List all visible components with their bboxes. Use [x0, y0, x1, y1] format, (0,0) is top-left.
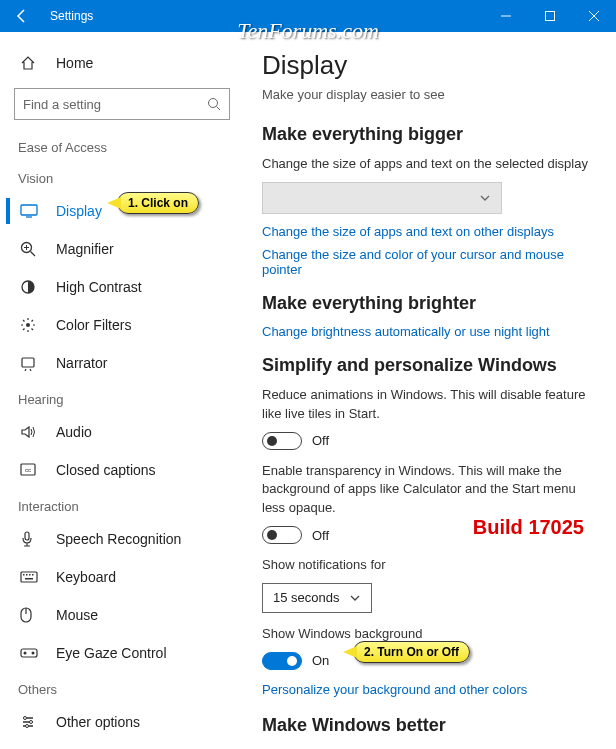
svg-rect-25 [25, 532, 29, 540]
sidebar-item-label: Display [56, 203, 102, 219]
svg-rect-30 [32, 574, 34, 576]
sidebar-section-header: Ease of Access [6, 134, 238, 161]
svg-line-19 [32, 329, 34, 331]
svg-rect-6 [21, 205, 37, 215]
sidebar-item-narrator[interactable]: Narrator [6, 344, 238, 382]
sidebar-item-magnifier[interactable]: Magnifier [6, 230, 238, 268]
page-title: Display [262, 50, 596, 81]
sidebar-item-mouse[interactable]: Mouse [6, 596, 238, 634]
contrast-icon [20, 279, 38, 295]
audio-icon [20, 424, 38, 440]
notifications-label: Show notifications for [262, 556, 596, 575]
sidebar-item-label: Narrator [56, 355, 107, 371]
animations-toggle-state: Off [312, 433, 329, 448]
link-cursor-pointer[interactable]: Change the size and color of your cursor… [262, 247, 596, 277]
sidebar-item-label: Keyboard [56, 569, 116, 585]
svg-rect-1 [546, 12, 555, 21]
transparency-desc: Enable transparency in Windows. This wil… [262, 462, 596, 519]
section-better-title: Make Windows better [262, 715, 596, 736]
svg-line-9 [31, 252, 36, 257]
sidebar-item-color-filters[interactable]: Color Filters [6, 306, 238, 344]
minimize-button[interactable] [484, 0, 528, 32]
color-filters-icon [20, 317, 38, 333]
back-button[interactable] [0, 0, 44, 32]
svg-rect-29 [29, 574, 31, 576]
background-toggle[interactable] [262, 652, 302, 670]
sidebar-item-eye-gaze[interactable]: Eye Gaze Control [6, 634, 238, 672]
chevron-down-icon [349, 592, 361, 604]
sidebar-item-label: Speech Recognition [56, 531, 181, 547]
svg-rect-22 [22, 358, 34, 367]
svg-rect-27 [23, 574, 25, 576]
options-icon [20, 714, 38, 730]
captions-icon: cc [20, 463, 38, 477]
link-personalize[interactable]: Personalize your background and other co… [262, 682, 596, 697]
sidebar-item-label: High Contrast [56, 279, 142, 295]
sidebar-item-label: Magnifier [56, 241, 114, 257]
sidebar-item-high-contrast[interactable]: High Contrast [6, 268, 238, 306]
background-toggle-state: On [312, 653, 329, 668]
window-titlebar: Settings [0, 0, 616, 32]
svg-line-5 [217, 107, 221, 111]
svg-point-39 [26, 725, 29, 728]
sidebar-home-label: Home [56, 55, 93, 71]
sidebar-item-label: Other options [56, 714, 140, 730]
callout-step-1: 1. Click on [117, 192, 199, 214]
svg-point-36 [32, 652, 35, 655]
close-icon [588, 10, 600, 22]
sidebar-item-label: Color Filters [56, 317, 131, 333]
transparency-toggle[interactable] [262, 526, 302, 544]
callout-step-2: 2. Turn On or Off [353, 641, 470, 663]
section-brighter-title: Make everything brighter [262, 293, 596, 314]
svg-rect-28 [26, 574, 28, 576]
svg-line-20 [23, 329, 25, 331]
notifications-dropdown[interactable]: 15 seconds [262, 583, 372, 613]
sidebar: Home Find a setting Ease of Access Visio… [0, 32, 244, 749]
sidebar-item-label: Eye Gaze Control [56, 645, 167, 661]
svg-point-35 [24, 652, 27, 655]
animations-toggle[interactable] [262, 432, 302, 450]
mic-icon [20, 531, 38, 547]
sidebar-item-label: Audio [56, 424, 92, 440]
sidebar-home[interactable]: Home [6, 46, 238, 80]
section-bigger-title: Make everything bigger [262, 124, 596, 145]
sidebar-item-closed-captions[interactable]: cc Closed captions [6, 451, 238, 489]
transparency-toggle-state: Off [312, 528, 329, 543]
sidebar-item-speech[interactable]: Speech Recognition [6, 520, 238, 558]
section-simplify-title: Simplify and personalize Windows [262, 355, 596, 376]
display-scale-dropdown[interactable] [262, 182, 502, 214]
arrow-left-icon [14, 8, 30, 24]
home-icon [20, 55, 38, 71]
search-input[interactable]: Find a setting [14, 88, 230, 120]
svg-line-21 [32, 320, 34, 322]
eye-icon [20, 647, 38, 659]
sidebar-item-keyboard[interactable]: Keyboard [6, 558, 238, 596]
sidebar-group-others: Others [6, 672, 238, 703]
close-button[interactable] [572, 0, 616, 32]
svg-point-38 [30, 721, 33, 724]
sidebar-item-audio[interactable]: Audio [6, 413, 238, 451]
svg-point-37 [24, 717, 27, 720]
window-title: Settings [44, 9, 93, 23]
svg-point-4 [209, 99, 218, 108]
svg-point-13 [26, 323, 30, 327]
page-subtitle: Make your display easier to see [262, 87, 596, 102]
link-brightness[interactable]: Change brightness automatically or use n… [262, 324, 596, 339]
sidebar-item-label: Mouse [56, 607, 98, 623]
notifications-value: 15 seconds [273, 590, 340, 605]
link-other-displays[interactable]: Change the size of apps and text on othe… [262, 224, 596, 239]
sidebar-item-other[interactable]: Other options [6, 703, 238, 741]
maximize-icon [544, 10, 556, 22]
magnifier-icon [20, 241, 38, 257]
sidebar-group-vision: Vision [6, 161, 238, 192]
keyboard-icon [20, 571, 38, 583]
sidebar-group-interaction: Interaction [6, 489, 238, 520]
sidebar-item-label: Closed captions [56, 462, 156, 478]
chevron-down-icon [479, 192, 491, 204]
display-icon [20, 204, 38, 218]
animations-desc: Reduce animations in Windows. This will … [262, 386, 596, 424]
svg-text:cc: cc [25, 467, 31, 473]
svg-line-18 [23, 320, 25, 322]
svg-rect-31 [25, 578, 33, 580]
maximize-button[interactable] [528, 0, 572, 32]
